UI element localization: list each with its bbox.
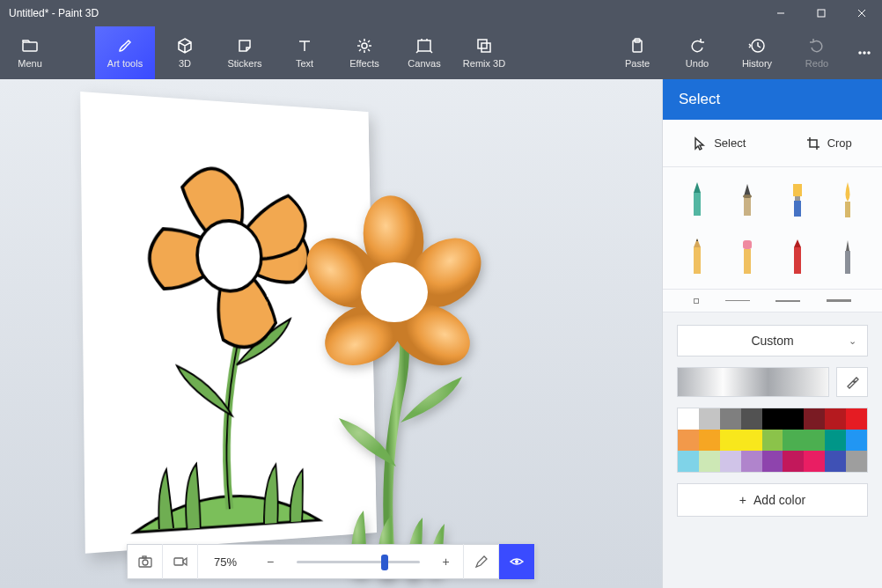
current-color-swatch[interactable] [677,367,829,397]
color-palette [677,408,868,473]
flower-3d-object[interactable] [268,158,506,588]
material-dropdown[interactable]: Custom ⌄ [677,325,868,356]
history-label: History [742,58,772,69]
color-swatch[interactable] [720,408,741,430]
remix-3d-button[interactable]: Remix 3D [454,26,514,79]
view-mode-button[interactable] [499,544,534,579]
color-swatch[interactable] [762,430,783,451]
main-area: 75% − + Select Select Crop [0,79,882,588]
redo-button[interactable]: Redo [787,26,847,79]
canvas-label: Canvas [408,58,440,69]
color-swatch[interactable] [678,408,699,430]
svg-rect-7 [478,40,487,48]
eyedropper-button[interactable] [836,367,868,397]
thickness-selector[interactable] [663,290,882,312]
art-tools-button[interactable]: Art tools [95,26,155,79]
color-swatch[interactable] [783,430,804,451]
redo-label: Redo [805,58,828,69]
select-tool[interactable]: Select [680,131,758,156]
3d-button[interactable]: 3D [155,26,215,79]
effects-button[interactable]: Effects [334,26,394,79]
svg-point-15 [197,220,262,291]
eraser-brush[interactable] [727,234,768,278]
pencil-brush[interactable] [677,234,718,278]
undo-button[interactable]: Undo [667,26,727,79]
color-swatch[interactable] [699,430,720,451]
panel-title: Select [663,79,882,120]
window-title: Untitled* - Paint 3D [9,7,761,19]
stickers-button[interactable]: Stickers [215,26,275,79]
marker-brush[interactable] [677,178,718,222]
minimize-button[interactable] [761,0,801,26]
svg-rect-24 [143,556,146,558]
paste-icon [628,37,646,55]
color-swatch[interactable] [678,430,699,451]
canvas-workspace[interactable]: 75% − + [0,79,662,588]
thickness-1[interactable] [694,298,699,304]
panel-body: Custom ⌄ + Add color [663,312,882,529]
color-swatch[interactable] [741,430,762,451]
eye-icon [509,554,525,570]
crayon-brush[interactable] [777,234,819,278]
ribbon-toolbar: Menu Art tools 3D Stickers Text Effects … [0,26,882,79]
canvas-icon [415,37,433,55]
thickness-2[interactable] [725,300,750,301]
canvas-button[interactable]: Canvas [394,26,454,79]
color-swatch[interactable] [678,451,699,472]
thickness-3[interactable] [775,300,800,302]
color-swatch[interactable] [846,430,867,451]
svg-rect-41 [794,247,801,274]
color-swatch[interactable] [846,408,867,430]
color-swatch[interactable] [720,430,741,451]
oil-brush[interactable] [777,178,819,222]
color-swatch[interactable] [699,408,720,430]
color-swatch[interactable] [741,451,762,472]
paste-button[interactable]: Paste [607,26,667,79]
color-swatch[interactable] [741,408,762,430]
svg-rect-4 [23,42,37,51]
calligraphy-brush[interactable] [727,178,768,222]
more-button[interactable] [847,26,882,79]
svg-rect-37 [694,247,701,274]
crop-tool[interactable]: Crop [794,131,864,156]
color-swatch[interactable] [720,451,741,472]
record-button[interactable] [163,544,198,579]
svg-point-13 [864,52,865,54]
color-swatch[interactable] [846,451,867,472]
color-swatch[interactable] [762,451,783,472]
thickness-4[interactable] [827,299,851,302]
stickers-label: Stickers [227,58,261,69]
camera-button[interactable] [128,544,163,579]
svg-rect-32 [795,196,800,201]
pixel-pen-brush[interactable] [827,234,868,278]
color-swatch[interactable] [699,451,720,472]
zoom-in-button[interactable]: + [429,544,464,579]
color-swatch[interactable] [804,408,825,430]
material-dropdown-label: Custom [751,334,793,348]
color-swatch[interactable] [783,451,804,472]
color-swatch[interactable] [783,408,804,430]
maximize-button[interactable] [801,0,842,26]
color-swatch[interactable] [804,430,825,451]
watercolor-brush[interactable] [827,178,868,222]
zoom-out-button[interactable]: − [253,544,288,579]
edit-mode-button[interactable] [464,544,499,579]
svg-point-23 [143,560,148,565]
3d-label: 3D [179,58,191,69]
color-swatch[interactable] [804,451,825,472]
svg-marker-36 [696,239,698,241]
crop-tool-label: Crop [827,136,852,150]
close-button[interactable] [842,0,882,26]
text-button[interactable]: Text [275,26,334,79]
video-icon [173,554,188,570]
history-button[interactable]: History [727,26,787,79]
color-swatch[interactable] [825,451,846,472]
color-swatch[interactable] [825,408,846,430]
window-buttons [761,0,882,26]
color-swatch[interactable] [762,408,783,430]
zoom-slider[interactable] [288,561,429,563]
color-swatch[interactable] [825,430,846,451]
add-color-button[interactable]: + Add color [677,483,868,517]
eyedropper-icon [845,375,859,389]
menu-button[interactable]: Menu [0,26,60,79]
